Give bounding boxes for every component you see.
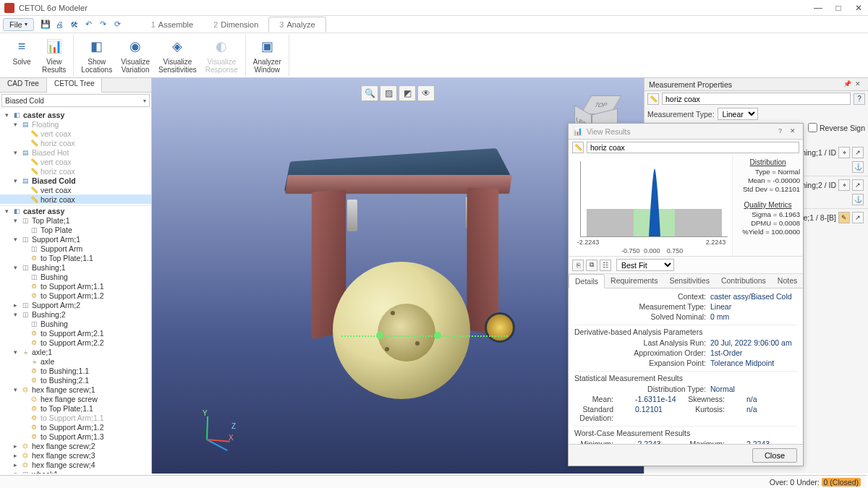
step-tab-dimension[interactable]: 2 Dimension (203, 17, 268, 32)
panel-close-icon[interactable]: ✕ (855, 80, 864, 89)
chart-opts-icon[interactable]: ☷ (600, 260, 611, 271)
tab-notes[interactable]: Notes (772, 274, 803, 288)
tree-item[interactable]: ⚙to Support Arm;1.2 (0, 291, 151, 300)
step-tab-assemble[interactable]: 1 Assemble (141, 17, 203, 32)
tree-item[interactable]: ▸⏣hex flange screw;3 (0, 450, 151, 460)
fit-select[interactable]: Best Fit (616, 259, 674, 271)
tree-item[interactable]: ⚙to Support Arm;1.2 (0, 422, 151, 432)
action-icon[interactable]: ↗ (852, 147, 864, 158)
tree-item[interactable]: ⏚axle (0, 356, 151, 366)
results-close-icon[interactable]: ✕ (790, 127, 799, 136)
zoom-icon[interactable]: 🔍 (361, 85, 378, 101)
undo-icon[interactable]: ↶ (83, 19, 95, 30)
tree-item[interactable]: ◫Top Plate (0, 225, 151, 234)
tree-item[interactable]: ◫Support Arm (0, 244, 151, 253)
tab-details[interactable]: Details (569, 274, 605, 288)
tool-icon[interactable]: 🛠 (69, 19, 80, 30)
ribbon-show-locations[interactable]: ◧ShowLocations (77, 35, 116, 76)
tree-item[interactable]: ▾▤Floating (0, 119, 151, 129)
type-select[interactable]: Linear (718, 108, 758, 120)
anchor-icon[interactable]: ⚓ (852, 194, 864, 205)
refresh-icon[interactable]: ⟳ (112, 19, 124, 30)
tree-item[interactable]: ▾◫Top Plate;1 (0, 215, 151, 225)
config-dropdown[interactable]: Biased Cold (1, 94, 150, 107)
results-details: Context:caster assy/Biased Cold Measurem… (569, 288, 803, 444)
tree-item[interactable]: 📏horiz coax (0, 166, 151, 176)
help-icon[interactable]: ? (854, 93, 865, 105)
tree-item[interactable]: ▾⏚axle;1 (0, 347, 151, 356)
tree-item[interactable]: ▾◧caster assy (0, 206, 151, 215)
locate-icon[interactable]: ⌖ (838, 179, 850, 191)
results-tabs: DetailsRequirementsSensitivitiesContribu… (569, 274, 803, 288)
tree-item[interactable]: ⏣hex flange screw (0, 394, 151, 403)
tree-item[interactable]: ▾◫Bushing;1 (0, 262, 151, 272)
minimize-button[interactable]: — (813, 3, 823, 13)
iso-view-icon[interactable]: ◩ (399, 85, 416, 101)
tree-item[interactable]: ▾◫wheel;1 (0, 469, 151, 474)
pin-icon[interactable]: 📌 (843, 80, 852, 89)
action-icon[interactable]: ↗ (852, 179, 864, 191)
ribbon-view-results[interactable]: 📊ViewResults (38, 35, 70, 76)
tab-cetol-tree[interactable]: CETOL Tree (47, 78, 103, 93)
tree-item[interactable]: ▾◫Bushing;2 (0, 309, 151, 319)
close-button[interactable]: ✕ (854, 3, 864, 13)
tree-item[interactable]: 📏horiz coax (0, 138, 151, 147)
tree-item[interactable]: ▾▤Biased Hot (0, 147, 151, 157)
ribbon-visualize-sensitivities[interactable]: ◈VisualizeSensitivities (154, 35, 201, 76)
save-icon[interactable]: 💾 (40, 19, 51, 30)
tree-item[interactable]: ▾⏣hex flange screw;1 (0, 385, 151, 394)
anchor-icon[interactable]: ⚓ (852, 161, 864, 173)
type-label: Measurement Type: (647, 110, 715, 119)
tree-item[interactable]: ⚙to Support Arm;1.1 (0, 413, 151, 422)
solve-icon: ≡ (12, 36, 32, 56)
tree-item[interactable]: 📏vert coax (0, 157, 151, 166)
edit-icon[interactable]: ✎ (838, 212, 850, 223)
tab-cad-tree[interactable]: CAD Tree (0, 78, 47, 92)
results-help-icon[interactable]: ? (778, 127, 787, 136)
menu-bar: File 💾 🖨 🛠 ↶ ↷ ⟳ 1 Assemble2 Dimension3 … (0, 16, 868, 33)
close-button[interactable]: Close (752, 448, 797, 463)
tab-requirements[interactable]: Requirements (605, 274, 663, 288)
tree-item[interactable]: ⚙to Bushing;2.1 (0, 375, 151, 385)
visibility-icon[interactable]: 👁 (417, 85, 435, 101)
locate-icon[interactable]: ⌖ (838, 147, 850, 158)
tree-item[interactable]: ⚙to Support Arm;2.1 (0, 328, 151, 338)
tree-item[interactable]: 📏vert coax (0, 185, 151, 194)
file-menu[interactable]: File (3, 18, 34, 31)
tree-item[interactable]: ◫Bushing (0, 272, 151, 281)
ribbon-analyzer-window[interactable]: ▣AnalyzerWindow (249, 35, 286, 76)
ribbon-solve[interactable]: ≡Solve (6, 35, 38, 76)
ribbon-visualize-variation[interactable]: ◉VisualizeVariation (116, 35, 154, 76)
tree-item[interactable]: ▸⏣hex flange screw;2 (0, 441, 151, 450)
copy-icon[interactable]: ⧉ (586, 260, 597, 271)
print-icon[interactable]: 🖨 (54, 19, 66, 30)
measurement-name-input[interactable] (662, 93, 851, 105)
home-view-icon[interactable]: ▨ (380, 85, 397, 101)
tree-item[interactable]: ◫Bushing (0, 319, 151, 328)
tree-item[interactable]: 📏horiz coax (0, 194, 151, 204)
tree-item[interactable]: ▾◧caster assy (0, 110, 151, 119)
step-tab-analyze[interactable]: 3 Analyze (268, 17, 326, 32)
tree-item[interactable]: ▸⏣hex flange screw;4 (0, 460, 151, 469)
tree-item[interactable]: 📏vert coax (0, 129, 151, 138)
tab-contributions[interactable]: Contributions (715, 274, 772, 288)
tree-item[interactable]: ⚙to Support Arm;2.2 (0, 338, 151, 347)
view-results-window[interactable]: 📊 View Results ? ✕ 📏 -2.2243 2.2243 (568, 123, 804, 466)
tree-item[interactable]: ⚙to Bushing;1.1 (0, 366, 151, 375)
tree-item[interactable]: ⚙to Top Plate;1.1 (0, 253, 151, 262)
redo-icon[interactable]: ↷ (98, 19, 109, 30)
maximize-button[interactable]: □ (833, 3, 843, 13)
tab-sensitivities[interactable]: Sensitivities (663, 274, 715, 288)
tree-item[interactable]: ▾◫Support Arm;1 (0, 234, 151, 244)
tree-body[interactable]: ▾◧caster assy▾▤Floating📏vert coax📏horiz … (0, 108, 151, 474)
action-icon[interactable]: ↗ (852, 212, 864, 223)
tree-item[interactable]: ⚙to Support Arm;1.3 (0, 432, 151, 441)
tree-item[interactable]: ⚙to Top Plate;1.1 (0, 403, 151, 413)
results-name-input[interactable] (587, 142, 799, 153)
tree-item[interactable]: ⚙to Support Arm;1.1 (0, 281, 151, 291)
export-icon[interactable]: ⎘ (572, 260, 584, 271)
tree-item[interactable]: ▾▤Biased Cold (0, 176, 151, 185)
reverse-sign-checkbox[interactable]: Reverse Sign (808, 123, 865, 132)
tree-item[interactable]: ▸◫Support Arm;2 (0, 300, 151, 309)
results-titlebar[interactable]: 📊 View Results ? ✕ (569, 124, 803, 140)
